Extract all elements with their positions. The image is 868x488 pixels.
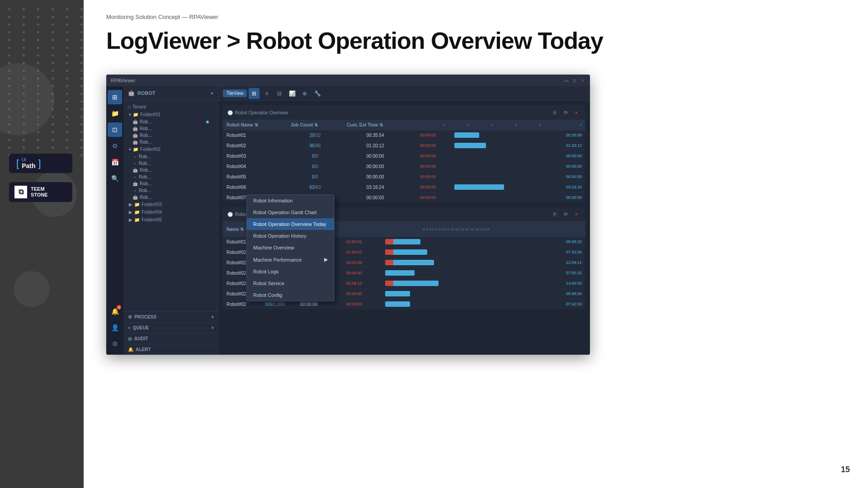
bottom-clock-icon: 🕐 bbox=[227, 212, 233, 217]
window-title: RPAViewer bbox=[111, 78, 135, 83]
robot-small-icon-3: 🤖 bbox=[132, 133, 138, 138]
robot-row-2[interactable]: 🤖 Rob... bbox=[123, 125, 218, 132]
top-time-red: 00:00:00 bbox=[407, 192, 448, 203]
chart-icon-btn[interactable]: 📊 bbox=[287, 88, 297, 99]
col-t3: 3 bbox=[520, 120, 544, 130]
table-icon-btn[interactable]: ⊟ bbox=[274, 88, 285, 99]
folder-icon: 📁 bbox=[133, 112, 138, 117]
top-cum-ext: 00:00:00 bbox=[343, 192, 407, 203]
top-table-header-row: Robot Name ⇅ Job Count ⇅ Cum. Ext Time ⇅… bbox=[223, 120, 585, 130]
sidebar-home-icon[interactable]: ⊞ bbox=[108, 90, 122, 104]
folder-02-row[interactable]: ▾ 📁 Folder#02 bbox=[123, 145, 218, 153]
folder-01-row[interactable]: ▾ 📁 Folder#01 bbox=[123, 111, 218, 118]
robot-f2-row-6[interactable]: → Rob... bbox=[123, 187, 218, 194]
top-data-table: Robot Name ⇅ Job Count ⇅ Cum. Ext Time ⇅… bbox=[223, 120, 585, 202]
sidebar-folder-icon[interactable]: 📁 bbox=[108, 106, 122, 121]
menu-overview-today[interactable]: Robot Operation Overview Today bbox=[247, 218, 334, 230]
sidebar-settings-icon[interactable]: ⚙ bbox=[108, 139, 122, 153]
robot-row-3[interactable]: 🤖 Rob... bbox=[123, 132, 218, 139]
top-panel-refresh-btn[interactable]: ⟳ bbox=[561, 108, 570, 117]
robot-icon: 🤖 bbox=[128, 90, 135, 96]
robot-f2-row-5[interactable]: 🤖 Rob... bbox=[123, 180, 218, 187]
list-icon-btn[interactable]: ≡ bbox=[261, 88, 272, 99]
robot-f2-row-3[interactable]: 🤖 Rob... bbox=[123, 167, 218, 174]
queue-add-icon[interactable]: + bbox=[211, 325, 214, 330]
robot-f2-row-7[interactable]: 🤖 Rob... bbox=[123, 194, 218, 201]
bottom-panel-refresh-btn[interactable]: ⟳ bbox=[561, 210, 570, 219]
folder-04-label: Folder#04 bbox=[142, 210, 162, 215]
robot-f2-row-1[interactable]: → Rob... bbox=[123, 153, 218, 160]
filter-icon-btn[interactable]: 🔧 bbox=[312, 88, 323, 99]
sidebar-calendar-icon[interactable]: 📅 bbox=[108, 155, 122, 169]
col-t2: 2 bbox=[496, 120, 520, 130]
bot-time-val: 07:32:05 bbox=[531, 247, 585, 258]
top-time-red: 00:00:00 bbox=[407, 141, 448, 151]
layers-icon-btn[interactable]: ⊕ bbox=[299, 88, 310, 99]
settings-bottom-icon[interactable]: ⚙ bbox=[108, 337, 122, 351]
bottom-panel-close-btn[interactable]: × bbox=[572, 210, 581, 219]
minimize-button[interactable]: — bbox=[564, 78, 569, 83]
robot-row-4[interactable]: 🤖 Rob... bbox=[123, 139, 218, 145]
circle-decoration-sm bbox=[14, 271, 50, 307]
folder-05-row[interactable]: ▶ 📁 Folder#05 bbox=[123, 216, 218, 224]
top-time-val: 00:00:00 bbox=[544, 161, 585, 172]
top-time-red: 00:00:00 bbox=[407, 151, 448, 161]
tree-section: □ Tenant ▾ 📁 Folder#01 🤖 Rob... bbox=[123, 100, 218, 226]
menu-robot-service[interactable]: Robot Service bbox=[247, 277, 334, 289]
bot-gantt-cell bbox=[382, 268, 531, 278]
path-text: Path bbox=[22, 162, 35, 169]
top-robot-name: Robot#04 bbox=[223, 161, 287, 172]
robot-f2-icon-3: 🤖 bbox=[132, 168, 138, 173]
robot-f2-icon-6: → bbox=[132, 188, 137, 193]
menu-robot-config[interactable]: Robot Config bbox=[247, 289, 334, 301]
process-add-icon[interactable]: + bbox=[211, 314, 214, 319]
sidebar-monitor-icon[interactable]: ⊡ bbox=[108, 122, 122, 137]
menu-machine-overview-label: Machine Overview bbox=[253, 245, 294, 250]
folder-03-expand-icon: ▶ bbox=[129, 202, 132, 207]
folder-04-row[interactable]: ▶ 📁 Folder#04 bbox=[123, 208, 218, 216]
menu-robot-logs[interactable]: Robot Logs bbox=[247, 266, 334, 277]
top-table-row: Robot#04 0/0 00:00:00 00:00:00 00:00:00 bbox=[223, 161, 585, 172]
top-gantt-cell bbox=[448, 161, 545, 172]
process-section: ⚙PROCESS + bbox=[123, 311, 218, 322]
alert-section-header[interactable]: 🔔ALERT bbox=[128, 347, 214, 352]
menu-robot-info[interactable]: Robot Information bbox=[247, 195, 334, 206]
top-gantt-cell bbox=[448, 141, 545, 151]
folder-04-expand-icon: ▶ bbox=[129, 210, 132, 215]
teemstone-icon: ⧉ bbox=[14, 186, 27, 198]
queue-section-header[interactable]: ≡QUEUE + bbox=[128, 325, 214, 330]
app-toolbar: TileView ⊞ ≡ ⊟ 📊 ⊕ 🔧 bbox=[218, 86, 590, 101]
robot-f2-row-4[interactable]: → Rob... bbox=[123, 174, 218, 180]
top-table-row: Robot#02 96/96 01:20:12 00:00:00 01:20:1… bbox=[223, 141, 585, 151]
main-content: Monitoring Solution Concept — RPAViewer … bbox=[84, 0, 868, 488]
top-panel-copy-btn[interactable]: ⎘ bbox=[550, 108, 559, 117]
sidebar-search-icon[interactable]: 🔍 bbox=[108, 171, 122, 186]
tile-icon-btn[interactable]: ⊞ bbox=[249, 88, 259, 99]
top-cum-ext: 00:00:00 bbox=[343, 172, 407, 182]
monitoring-label: Monitoring Solution Concept — RPAViewer bbox=[106, 14, 845, 20]
robot-row[interactable]: 🤖 Rob... bbox=[123, 118, 218, 125]
top-panel-close-btn[interactable]: × bbox=[572, 108, 581, 117]
menu-gantt-chart[interactable]: Robot Operation Gantt Chart bbox=[247, 206, 334, 218]
bot-gantt-cell bbox=[382, 237, 531, 247]
folder-03-row[interactable]: ▶ 📁 Folder#03 bbox=[123, 201, 218, 208]
robot-f2-row-2[interactable]: → Rob... bbox=[123, 160, 218, 167]
audit-section-header[interactable]: ◎AUDIT bbox=[128, 336, 214, 341]
menu-op-history[interactable]: Robot Operation History bbox=[247, 230, 334, 242]
menu-machine-perf[interactable]: Machine Performance ▶ bbox=[247, 253, 334, 266]
process-section-header[interactable]: ⚙PROCESS + bbox=[128, 314, 214, 319]
top-time-val: 00:00:00 bbox=[544, 172, 585, 182]
sidebar-add-icon[interactable]: + bbox=[211, 90, 213, 96]
folder-05-expand-icon: ▶ bbox=[129, 217, 132, 222]
close-button[interactable]: × bbox=[580, 78, 585, 83]
menu-machine-overview[interactable]: Machine Overview bbox=[247, 242, 334, 253]
notification-button[interactable]: 🔔 3 bbox=[108, 304, 122, 319]
page-number: 15 bbox=[841, 465, 850, 474]
robot-label-2: Rob... bbox=[140, 126, 152, 131]
bottom-panel-copy-btn[interactable]: ⎘ bbox=[550, 210, 559, 219]
col-t4: 4 bbox=[544, 120, 585, 130]
tenant-checkbox[interactable]: □ bbox=[128, 104, 131, 109]
user-icon[interactable]: 👤 bbox=[108, 320, 122, 335]
maximize-button[interactable]: □ bbox=[572, 78, 577, 83]
tileview-btn[interactable]: TileView bbox=[223, 89, 247, 97]
